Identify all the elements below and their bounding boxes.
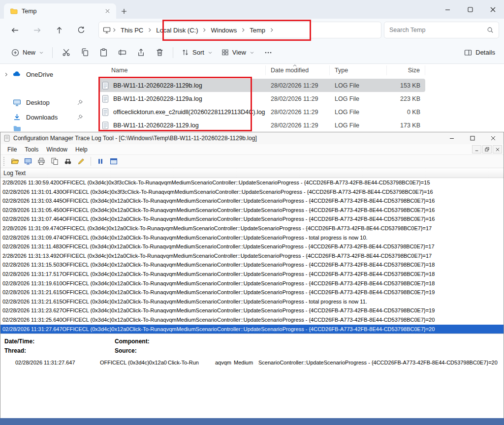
detail-value-tag1: aqvqm bbox=[215, 360, 231, 365]
log-row[interactable]: 02/28/2026 11:31:25.640OFFICECL (0x3d4c)… bbox=[0, 315, 504, 325]
log-row[interactable]: 2/28/2026 11:31:13.492OFFICECL (0x3d4c)0… bbox=[0, 251, 504, 261]
tab-close-icon[interactable] bbox=[102, 6, 112, 16]
sort-button[interactable]: Sort bbox=[177, 46, 217, 59]
close-button[interactable] bbox=[481, 0, 504, 19]
log-text-column-header[interactable]: Log Text bbox=[0, 168, 504, 178]
copy-button[interactable] bbox=[49, 156, 60, 167]
column-header-type[interactable]: Type bbox=[330, 65, 387, 75]
log-row[interactable]: 02/28/2026 11:31:21.615OFFICECL (0x3d4c)… bbox=[0, 297, 504, 306]
menu-window[interactable]: Window bbox=[42, 146, 71, 153]
minimize-button[interactable] bbox=[436, 0, 459, 19]
up-button[interactable] bbox=[49, 22, 69, 38]
log-file-icon bbox=[101, 82, 109, 90]
log-row-selected[interactable]: 02/28/2026 11:31:27.647OFFICECL (0x3d4c)… bbox=[0, 325, 504, 334]
table-row[interactable]: BB-W11-11-20260228-1129a.log 28/02/2026 … bbox=[98, 92, 425, 105]
log-row[interactable]: 2/28/2026 11:30:59.420OFFICECL (0x3d4c)0… bbox=[0, 178, 504, 187]
file-date-modified: 28/02/2026 11:29 bbox=[266, 82, 330, 89]
breadcrumb-this-pc[interactable]: This PC bbox=[118, 27, 146, 34]
mdi-minimize-button[interactable] bbox=[472, 145, 481, 153]
column-label: Name bbox=[111, 67, 127, 74]
sidebar-item-downloads[interactable]: Downloads bbox=[0, 110, 96, 124]
sidebar-item-label: Desktop bbox=[26, 99, 50, 106]
highlight-button[interactable] bbox=[76, 156, 87, 167]
log-row[interactable]: 02/28/2026 11:31:09.474OFFICECL (0x3d4c)… bbox=[0, 233, 504, 243]
column-header-date-modified[interactable]: Date modified bbox=[266, 65, 330, 75]
chevron-down-icon bbox=[250, 50, 254, 55]
mdi-close-button[interactable] bbox=[493, 145, 502, 153]
menu-help[interactable]: Help bbox=[71, 146, 92, 153]
sidebar-item-desktop[interactable]: Desktop bbox=[0, 95, 96, 109]
explorer-tab[interactable]: Temp bbox=[4, 3, 116, 19]
file-explorer-window: Temp This PC Local Disk (C:) bbox=[0, 0, 504, 132]
new-tab-button[interactable] bbox=[116, 4, 132, 19]
table-row[interactable]: BB-W11-11-20260228-1129b.log 28/02/2026 … bbox=[98, 79, 425, 92]
log-row[interactable]: 02/28/2026 11:31:17.517OFFICECL (0x3d4c)… bbox=[0, 270, 504, 279]
maximize-button[interactable] bbox=[462, 132, 483, 144]
column-header-size[interactable]: Size bbox=[387, 65, 425, 75]
cut-button[interactable] bbox=[57, 44, 75, 61]
plus-icon bbox=[11, 49, 19, 57]
monitor-button[interactable] bbox=[23, 156, 33, 167]
sidebar-item-partial[interactable] bbox=[0, 125, 96, 132]
log-row[interactable]: 02/28/2026 11:31:11.483OFFICECL (0x3d4c)… bbox=[0, 242, 504, 251]
mdi-restore-button[interactable] bbox=[482, 145, 492, 153]
print-button[interactable] bbox=[36, 156, 47, 167]
menu-file[interactable]: File bbox=[3, 146, 21, 153]
more-options-button[interactable] bbox=[259, 44, 278, 61]
details-label: Details bbox=[475, 49, 495, 56]
close-button[interactable] bbox=[483, 132, 504, 144]
column-header-name[interactable]: Name bbox=[98, 65, 266, 75]
onedrive-cloud-icon bbox=[12, 70, 22, 79]
share-button[interactable] bbox=[131, 44, 150, 61]
detail-value-component-thread: OFFICECL (0x3d4c)0x12a0 bbox=[100, 360, 167, 365]
rename-button[interactable] bbox=[113, 44, 131, 61]
log-row[interactable]: 02/28/2026 11:31:19.610OFFICECL (0x3d4c)… bbox=[0, 279, 504, 288]
new-button[interactable]: New bbox=[7, 46, 48, 60]
log-row[interactable]: 2/28/2026 11:31:09.474OFFICECL (0x3d4c)0… bbox=[0, 224, 504, 233]
table-row[interactable]: BB-W11-11-20260228-1129.log 28/02/2026 1… bbox=[98, 119, 425, 132]
window-layout-button[interactable] bbox=[108, 156, 119, 167]
log-row[interactable]: 02/28/2026 11:31:23.627OFFICECL (0x3d4c)… bbox=[0, 306, 504, 315]
log-row[interactable]: 02/28/2026 11:31:03.445OFFICECL (0x3d4c)… bbox=[0, 196, 504, 206]
minimize-button[interactable] bbox=[441, 132, 462, 144]
pause-button[interactable] bbox=[95, 156, 106, 167]
breadcrumb-windows[interactable]: Windows bbox=[208, 27, 240, 34]
log-row[interactable]: 02/28/2026 11:31:15.503OFFICECL (0x3d4c)… bbox=[0, 260, 504, 270]
navigation-pane: OneDrive Desktop Downloads bbox=[0, 64, 96, 132]
breadcrumb-local-disk[interactable]: Local Disk (C:) bbox=[153, 27, 201, 34]
maximize-button[interactable] bbox=[459, 0, 481, 19]
paste-button[interactable] bbox=[94, 44, 113, 61]
file-size: 153 KB bbox=[387, 82, 425, 89]
view-label: View bbox=[232, 49, 246, 56]
breadcrumb-temp[interactable]: Temp bbox=[247, 27, 268, 34]
menu-tools[interactable]: Tools bbox=[21, 146, 42, 153]
find-button[interactable] bbox=[63, 156, 73, 167]
copy-button[interactable] bbox=[75, 44, 94, 61]
log-row[interactable]: 02/28/2026 11:31:01.430OFFICECL (0x3d4c)… bbox=[0, 187, 504, 197]
log-row[interactable]: 02/28/2026 11:31:05.450OFFICECL (0x3d4c)… bbox=[0, 206, 504, 215]
file-date-modified: 28/02/2026 11:29 bbox=[266, 122, 330, 129]
search-icon bbox=[487, 27, 494, 33]
column-label: Date modified bbox=[271, 67, 309, 74]
command-bar: New Sort View bbox=[0, 41, 504, 64]
log-row[interactable]: 02/28/2026 11:31:21.615OFFICECL (0x3d4c)… bbox=[0, 288, 504, 297]
table-row[interactable]: officeclicktorun.exe_c2ruidll(2026022811… bbox=[98, 105, 425, 119]
detail-label-thread: Thread: bbox=[4, 347, 26, 354]
file-name: officeclicktorun.exe_c2ruidll(2026022811… bbox=[113, 109, 265, 116]
divider bbox=[52, 47, 53, 58]
cmtrace-title-bar: Configuration Manager Trace Log Tool - [… bbox=[0, 132, 504, 144]
details-button[interactable]: Details bbox=[464, 49, 497, 57]
open-file-button[interactable] bbox=[9, 156, 20, 167]
view-button[interactable]: View bbox=[217, 46, 259, 59]
refresh-button[interactable] bbox=[71, 22, 91, 38]
search-input[interactable] bbox=[389, 27, 487, 33]
delete-button[interactable] bbox=[150, 44, 169, 61]
sidebar-item-onedrive[interactable]: OneDrive bbox=[0, 67, 96, 81]
divider bbox=[91, 157, 91, 166]
search-box bbox=[384, 22, 499, 38]
pin-icon bbox=[77, 114, 83, 121]
log-header-label: Log Text bbox=[3, 170, 26, 177]
forward-button[interactable] bbox=[27, 22, 47, 38]
log-row[interactable]: 02/28/2026 11:31:07.464OFFICECL (0x3d4c)… bbox=[0, 214, 504, 224]
back-button[interactable] bbox=[5, 22, 25, 38]
